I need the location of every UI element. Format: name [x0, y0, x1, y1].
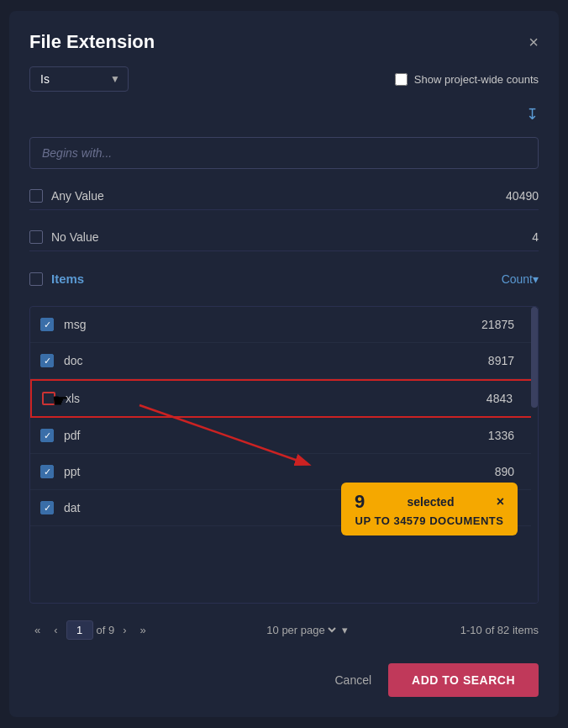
per-page-arrow: ▾ [342, 624, 348, 636]
scrollbar-track [531, 307, 538, 603]
file-extension-modal: File Extension × Is Is Not Begins with ▼… [9, 11, 559, 717]
tooltip-top: 9 selected × [355, 491, 504, 513]
show-project-checkbox[interactable] [395, 73, 408, 86]
item-count-pdf: 1336 [488, 429, 514, 442]
item-checkbox-doc[interactable] [40, 354, 54, 367]
count-sort-button[interactable]: Count▾ [502, 272, 539, 286]
search-input[interactable] [29, 137, 539, 169]
items-list: msg 21875 doc 8917 xls 4843 ☛ pdf 1336 p… [29, 306, 539, 604]
item-checkbox-msg[interactable] [40, 318, 54, 331]
download-icon[interactable]: ↧ [526, 105, 539, 124]
operator-dropdown-wrap: Is Is Not Begins with ▼ [29, 66, 129, 92]
item-checkbox-pdf[interactable] [40, 429, 54, 442]
modal-title: File Extension [29, 31, 155, 53]
no-value-label: No Value [29, 230, 99, 244]
item-checkbox-ppt[interactable] [40, 465, 54, 478]
any-value-count: 40490 [506, 189, 539, 203]
page-input[interactable] [66, 620, 93, 640]
item-label-pdf: pdf [64, 429, 478, 442]
show-project-wide: Show project-wide counts [395, 73, 539, 86]
per-page-wrap: 10 per page 25 per page 50 per page ▾ [263, 623, 348, 637]
items-label: Items [51, 272, 84, 286]
first-page-button[interactable]: « [29, 620, 45, 640]
prev-page-button[interactable]: ‹ [49, 620, 62, 640]
show-project-label: Show project-wide counts [414, 73, 539, 86]
item-count-ppt: 890 [495, 465, 514, 478]
tooltip-close-button[interactable]: × [497, 494, 504, 509]
item-label-ppt: ppt [64, 465, 485, 478]
per-page-select[interactable]: 10 per page 25 per page 50 per page [263, 623, 339, 637]
tooltip-docs-label: UP TO 34579 DOCUMENTS [355, 514, 504, 527]
add-to-search-button[interactable]: ADD TO SEARCH [388, 663, 539, 697]
item-count-xls: 4843 [486, 392, 513, 405]
any-value-label: Any Value [29, 189, 104, 203]
item-count-doc: 8917 [488, 354, 514, 367]
operator-dropdown[interactable]: Is Is Not Begins with [29, 66, 129, 92]
page-controls: « ‹ of 9 › » [29, 620, 151, 640]
tooltip-count: 9 [355, 491, 365, 513]
pagination-row: « ‹ of 9 › » 10 per page 25 per page 50 … [29, 617, 539, 643]
item-checkbox-xls[interactable] [42, 392, 55, 405]
page-of-label: of 9 [97, 624, 115, 636]
item-checkbox-dat[interactable] [40, 501, 54, 514]
any-value-row: Any Value 40490 [29, 182, 539, 210]
list-item[interactable]: doc 8917 [30, 343, 538, 379]
download-row: ↧ [29, 105, 539, 124]
list-item-xls[interactable]: xls 4843 ☛ [30, 379, 538, 418]
modal-header: File Extension × [29, 31, 539, 53]
last-page-button[interactable]: » [135, 620, 151, 640]
controls-row: Is Is Not Begins with ▼ Show project-wid… [29, 66, 539, 92]
no-value-count: 4 [532, 230, 539, 244]
item-label-doc: doc [64, 354, 478, 367]
tooltip-selected-label: selected [365, 495, 496, 509]
scrollbar-thumb[interactable] [531, 307, 538, 408]
close-button[interactable]: × [529, 34, 539, 50]
no-value-row: No Value 4 [29, 224, 539, 251]
item-count-msg: 21875 [481, 318, 514, 331]
item-label-msg: msg [64, 318, 471, 331]
cancel-button[interactable]: Cancel [334, 673, 371, 687]
list-item[interactable]: pdf 1336 [30, 418, 538, 454]
list-item[interactable]: msg 21875 [30, 307, 538, 343]
any-value-checkbox[interactable] [29, 189, 43, 203]
footer-row: Cancel ADD TO SEARCH [29, 663, 539, 697]
next-page-button[interactable]: › [118, 620, 131, 640]
selection-tooltip: 9 selected × UP TO 34579 DOCUMENTS [341, 483, 518, 535]
items-count-info: 1-10 of 82 items [460, 624, 539, 636]
no-value-checkbox[interactable] [29, 230, 43, 244]
items-header: Items Count▾ [29, 265, 539, 293]
items-select-all-checkbox[interactable] [29, 272, 43, 286]
item-label-xls: xls [66, 392, 476, 405]
items-label-group: Items [29, 272, 84, 286]
